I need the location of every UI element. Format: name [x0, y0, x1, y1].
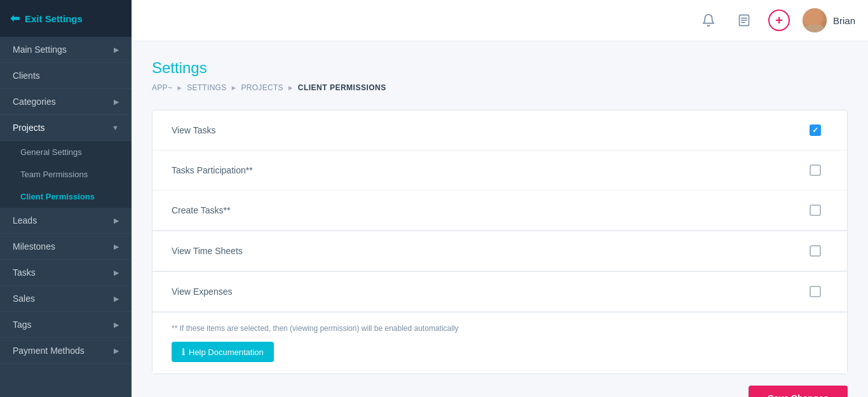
sidebar-sub-label: Team Permissions: [20, 170, 88, 179]
permission-row-view-time-sheets: View Time Sheets: [153, 231, 847, 271]
view-tasks-checkbox[interactable]: [810, 124, 821, 136]
chevron-right-icon: ▶: [114, 243, 119, 251]
permission-label: View Tasks: [172, 125, 803, 135]
breadcrumb-current: CLIENT PERMISSIONS: [298, 83, 386, 92]
sidebar-item-projects[interactable]: Projects ▼: [0, 115, 132, 141]
checkbox-wrap: [803, 286, 828, 297]
chevron-right-icon: ▶: [114, 46, 119, 54]
sidebar: ⬅ Exit Settings Main Settings ▶ Clients …: [0, 0, 132, 397]
chevron-right-icon: ▶: [114, 295, 119, 303]
sidebar-item-label: Sales: [13, 293, 35, 304]
view-time-sheets-checkbox[interactable]: [810, 245, 821, 257]
sidebar-item-label: Milestones: [13, 241, 55, 252]
sidebar-item-label: Tasks: [13, 267, 36, 278]
info-icon: ℹ: [182, 347, 185, 357]
sidebar-item-label: Tags: [13, 320, 32, 330]
main-area: + Brian Settings APP~ ► SETTINGS ► PROJE…: [132, 0, 868, 397]
sidebar-item-client-permissions[interactable]: Client Permissions: [0, 185, 132, 208]
checkbox-wrap: [803, 245, 828, 257]
sidebar-item-sales[interactable]: Sales ▶: [0, 286, 132, 312]
content-area: Settings APP~ ► SETTINGS ► PROJECTS ► CL…: [132, 41, 868, 397]
sidebar-item-tasks[interactable]: Tasks ▶: [0, 260, 132, 286]
avatar: [803, 8, 827, 32]
view-expenses-checkbox[interactable]: [810, 286, 821, 297]
chevron-right-icon: ▶: [114, 347, 119, 355]
save-changes-button[interactable]: Save Changes: [749, 386, 848, 397]
topbar: + Brian: [132, 0, 868, 41]
permission-row-view-tasks: View Tasks: [153, 111, 847, 151]
footer-area: ** If these items are selected, then (vi…: [153, 312, 847, 373]
create-tasks-checkbox[interactable]: [810, 205, 821, 216]
permission-label: Create Tasks**: [172, 205, 803, 215]
breadcrumb-projects[interactable]: PROJECTS: [241, 83, 283, 92]
breadcrumb: APP~ ► SETTINGS ► PROJECTS ► CLIENT PERM…: [152, 83, 848, 92]
page-title: Settings: [152, 59, 848, 77]
exit-icon: ⬅: [10, 11, 20, 25]
checkbox-wrap: [803, 205, 828, 216]
help-documentation-button[interactable]: ℹ Help Documentation: [172, 342, 274, 362]
sidebar-item-milestones[interactable]: Milestones ▶: [0, 234, 132, 260]
sidebar-item-categories[interactable]: Categories ▶: [0, 89, 132, 115]
sidebar-item-label: Projects: [13, 123, 45, 133]
breadcrumb-app[interactable]: APP~: [152, 83, 172, 92]
sidebar-sub-label: Client Permissions: [20, 192, 95, 201]
document-button[interactable]: [733, 9, 756, 32]
chevron-right-icon: ▶: [114, 269, 119, 277]
plus-icon: +: [775, 13, 783, 28]
user-name: Brian: [833, 15, 855, 26]
chevron-right-icon: ▶: [114, 217, 119, 225]
user-menu[interactable]: Brian: [803, 8, 855, 32]
sidebar-item-leads[interactable]: Leads ▶: [0, 208, 132, 234]
help-btn-label: Help Documentation: [189, 347, 264, 357]
breadcrumb-sep-3: ►: [287, 84, 294, 91]
permission-label: View Time Sheets: [172, 246, 803, 256]
checkbox-wrap: [803, 165, 828, 176]
sidebar-sub-label: General Settings: [20, 147, 82, 157]
sidebar-item-main-settings[interactable]: Main Settings ▶: [0, 37, 132, 63]
sidebar-item-tags[interactable]: Tags ▶: [0, 312, 132, 338]
permission-row-tasks-participation: Tasks Participation**: [153, 151, 847, 191]
chevron-right-icon: ▶: [114, 98, 119, 106]
sidebar-item-team-permissions[interactable]: Team Permissions: [0, 163, 132, 185]
exit-settings-label: Exit Settings: [25, 13, 83, 24]
notification-button[interactable]: [697, 9, 720, 32]
projects-submenu: General Settings Team Permissions Client…: [0, 141, 132, 208]
tasks-participation-checkbox[interactable]: [810, 165, 821, 176]
sidebar-item-general-settings[interactable]: General Settings: [0, 141, 132, 163]
chevron-right-icon: ▶: [114, 321, 119, 329]
sidebar-item-label: Categories: [13, 97, 56, 107]
sidebar-item-label: Main Settings: [13, 44, 67, 55]
permission-row-view-expenses: View Expenses: [153, 272, 847, 312]
permission-row-create-tasks: Create Tasks**: [153, 191, 847, 231]
sidebar-item-label: Payment Methods: [13, 346, 85, 356]
exit-settings-button[interactable]: ⬅ Exit Settings: [0, 0, 132, 37]
add-button[interactable]: +: [768, 10, 790, 31]
breadcrumb-settings[interactable]: SETTINGS: [187, 83, 226, 92]
sidebar-item-label: Clients: [13, 71, 40, 81]
checkbox-wrap: [803, 124, 828, 136]
footnote-text: ** If these items are selected, then (vi…: [172, 324, 828, 333]
sidebar-item-payment-methods[interactable]: Payment Methods ▶: [0, 338, 132, 364]
permission-label: View Expenses: [172, 286, 803, 297]
permission-label: Tasks Participation**: [172, 165, 803, 175]
chevron-down-icon: ▼: [112, 124, 119, 131]
save-bar: Save Changes: [152, 374, 848, 397]
permissions-panel: View Tasks Tasks Participation** Create …: [152, 110, 848, 374]
breadcrumb-sep-2: ►: [231, 84, 238, 91]
sidebar-item-label: Leads: [13, 215, 37, 225]
breadcrumb-sep-1: ►: [176, 84, 183, 91]
sidebar-item-clients[interactable]: Clients: [0, 63, 132, 89]
